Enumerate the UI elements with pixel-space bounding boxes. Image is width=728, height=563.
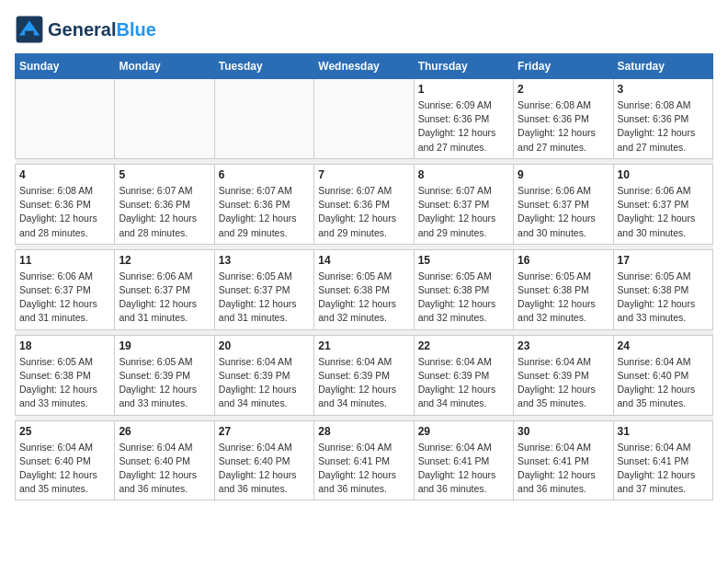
calendar-cell: 7Sunrise: 6:07 AM Sunset: 6:36 PM Daylig… [314, 164, 414, 244]
calendar-header-tuesday: Tuesday [214, 54, 313, 79]
calendar-cell: 13Sunrise: 6:05 AM Sunset: 6:37 PM Dayli… [214, 249, 313, 329]
calendar-week-2: 4Sunrise: 6:08 AM Sunset: 6:36 PM Daylig… [16, 164, 713, 244]
day-number: 17 [618, 254, 709, 267]
calendar-cell: 6Sunrise: 6:07 AM Sunset: 6:36 PM Daylig… [214, 164, 313, 244]
page-header: GeneralBlue [15, 15, 713, 44]
calendar-cell [16, 79, 115, 159]
calendar-cell [314, 79, 414, 159]
day-info: Sunrise: 6:04 AM Sunset: 6:41 PM Dayligh… [618, 441, 709, 497]
calendar-header-wednesday: Wednesday [314, 54, 414, 79]
day-info: Sunrise: 6:04 AM Sunset: 6:40 PM Dayligh… [119, 441, 210, 497]
day-number: 3 [618, 83, 709, 96]
calendar-cell: 11Sunrise: 6:06 AM Sunset: 6:37 PM Dayli… [16, 249, 115, 329]
day-number: 27 [219, 425, 310, 438]
day-number: 25 [19, 425, 110, 438]
day-number: 14 [318, 254, 409, 267]
day-number: 21 [318, 339, 409, 352]
calendar-cell: 23Sunrise: 6:04 AM Sunset: 6:39 PM Dayli… [514, 335, 613, 415]
day-number: 6 [219, 168, 310, 181]
day-info: Sunrise: 6:05 AM Sunset: 6:39 PM Dayligh… [119, 355, 210, 411]
logo: GeneralBlue [15, 15, 156, 44]
day-number: 20 [219, 339, 310, 352]
day-number: 2 [518, 83, 609, 96]
day-number: 23 [518, 339, 609, 352]
calendar-week-1: 1Sunrise: 6:09 AM Sunset: 6:36 PM Daylig… [16, 79, 713, 159]
day-number: 10 [618, 168, 709, 181]
calendar-header-saturday: Saturday [613, 54, 712, 79]
calendar-cell: 24Sunrise: 6:04 AM Sunset: 6:40 PM Dayli… [613, 335, 712, 415]
day-info: Sunrise: 6:09 AM Sunset: 6:36 PM Dayligh… [418, 98, 509, 155]
calendar-cell: 31Sunrise: 6:04 AM Sunset: 6:41 PM Dayli… [613, 420, 712, 500]
day-info: Sunrise: 6:06 AM Sunset: 6:37 PM Dayligh… [19, 270, 110, 326]
day-info: Sunrise: 6:05 AM Sunset: 6:38 PM Dayligh… [418, 270, 509, 326]
calendar-cell [214, 79, 313, 159]
day-info: Sunrise: 6:05 AM Sunset: 6:38 PM Dayligh… [318, 270, 409, 326]
day-number: 7 [318, 168, 409, 181]
calendar-table: SundayMondayTuesdayWednesdayThursdayFrid… [15, 53, 713, 500]
calendar-cell: 26Sunrise: 6:04 AM Sunset: 6:40 PM Dayli… [115, 420, 214, 500]
calendar-cell: 25Sunrise: 6:04 AM Sunset: 6:40 PM Dayli… [16, 420, 115, 500]
day-number: 30 [518, 425, 609, 438]
calendar-header-monday: Monday [115, 54, 214, 79]
calendar-week-4: 18Sunrise: 6:05 AM Sunset: 6:38 PM Dayli… [16, 335, 713, 415]
day-info: Sunrise: 6:05 AM Sunset: 6:37 PM Dayligh… [219, 270, 310, 326]
day-info: Sunrise: 6:04 AM Sunset: 6:39 PM Dayligh… [518, 355, 609, 411]
calendar-header-thursday: Thursday [414, 54, 513, 79]
day-number: 5 [119, 168, 210, 181]
calendar-cell: 28Sunrise: 6:04 AM Sunset: 6:41 PM Dayli… [314, 420, 414, 500]
day-info: Sunrise: 6:08 AM Sunset: 6:36 PM Dayligh… [618, 98, 709, 155]
day-number: 1 [418, 83, 509, 96]
calendar-header-row: SundayMondayTuesdayWednesdayThursdayFrid… [16, 54, 713, 79]
day-info: Sunrise: 6:05 AM Sunset: 6:38 PM Dayligh… [618, 270, 709, 326]
day-number: 9 [518, 168, 609, 181]
day-number: 8 [418, 168, 509, 181]
calendar-cell: 16Sunrise: 6:05 AM Sunset: 6:38 PM Dayli… [514, 249, 613, 329]
day-number: 31 [618, 425, 709, 438]
calendar-cell: 18Sunrise: 6:05 AM Sunset: 6:38 PM Dayli… [16, 335, 115, 415]
day-info: Sunrise: 6:04 AM Sunset: 6:39 PM Dayligh… [418, 355, 509, 411]
logo-text: GeneralBlue [48, 19, 156, 40]
day-number: 16 [518, 254, 609, 267]
calendar-header-sunday: Sunday [16, 54, 115, 79]
day-info: Sunrise: 6:05 AM Sunset: 6:38 PM Dayligh… [19, 355, 110, 411]
calendar-cell: 1Sunrise: 6:09 AM Sunset: 6:36 PM Daylig… [414, 79, 513, 159]
day-info: Sunrise: 6:04 AM Sunset: 6:41 PM Dayligh… [418, 441, 509, 497]
calendar-cell: 3Sunrise: 6:08 AM Sunset: 6:36 PM Daylig… [613, 79, 712, 159]
logo-icon [15, 15, 44, 44]
day-info: Sunrise: 6:04 AM Sunset: 6:41 PM Dayligh… [318, 441, 409, 497]
calendar-cell: 27Sunrise: 6:04 AM Sunset: 6:40 PM Dayli… [214, 420, 313, 500]
calendar-cell: 12Sunrise: 6:06 AM Sunset: 6:37 PM Dayli… [115, 249, 214, 329]
day-info: Sunrise: 6:06 AM Sunset: 6:37 PM Dayligh… [618, 184, 709, 240]
day-info: Sunrise: 6:04 AM Sunset: 6:39 PM Dayligh… [318, 355, 409, 411]
day-info: Sunrise: 6:04 AM Sunset: 6:40 PM Dayligh… [618, 355, 709, 411]
calendar-cell: 17Sunrise: 6:05 AM Sunset: 6:38 PM Dayli… [613, 249, 712, 329]
day-info: Sunrise: 6:05 AM Sunset: 6:38 PM Dayligh… [518, 270, 609, 326]
day-number: 4 [19, 168, 110, 181]
svg-rect-2 [25, 31, 34, 37]
calendar-week-5: 25Sunrise: 6:04 AM Sunset: 6:40 PM Dayli… [16, 420, 713, 500]
day-info: Sunrise: 6:08 AM Sunset: 6:36 PM Dayligh… [518, 98, 609, 155]
day-info: Sunrise: 6:04 AM Sunset: 6:40 PM Dayligh… [19, 441, 110, 497]
day-number: 26 [119, 425, 210, 438]
calendar-cell: 30Sunrise: 6:04 AM Sunset: 6:41 PM Dayli… [514, 420, 613, 500]
day-number: 18 [19, 339, 110, 352]
day-info: Sunrise: 6:04 AM Sunset: 6:39 PM Dayligh… [219, 355, 310, 411]
calendar-cell: 4Sunrise: 6:08 AM Sunset: 6:36 PM Daylig… [16, 164, 115, 244]
calendar-cell: 19Sunrise: 6:05 AM Sunset: 6:39 PM Dayli… [115, 335, 214, 415]
calendar-header-friday: Friday [514, 54, 613, 79]
day-number: 22 [418, 339, 509, 352]
calendar-cell: 29Sunrise: 6:04 AM Sunset: 6:41 PM Dayli… [414, 420, 513, 500]
day-info: Sunrise: 6:06 AM Sunset: 6:37 PM Dayligh… [518, 184, 609, 240]
day-number: 15 [418, 254, 509, 267]
day-info: Sunrise: 6:04 AM Sunset: 6:40 PM Dayligh… [219, 441, 310, 497]
day-number: 28 [318, 425, 409, 438]
calendar-cell: 14Sunrise: 6:05 AM Sunset: 6:38 PM Dayli… [314, 249, 414, 329]
calendar-cell: 22Sunrise: 6:04 AM Sunset: 6:39 PM Dayli… [414, 335, 513, 415]
calendar-cell: 20Sunrise: 6:04 AM Sunset: 6:39 PM Dayli… [214, 335, 313, 415]
calendar-cell: 5Sunrise: 6:07 AM Sunset: 6:36 PM Daylig… [115, 164, 214, 244]
day-info: Sunrise: 6:07 AM Sunset: 6:36 PM Dayligh… [318, 184, 409, 240]
day-number: 29 [418, 425, 509, 438]
calendar-week-3: 11Sunrise: 6:06 AM Sunset: 6:37 PM Dayli… [16, 249, 713, 329]
calendar-cell: 15Sunrise: 6:05 AM Sunset: 6:38 PM Dayli… [414, 249, 513, 329]
calendar-cell: 8Sunrise: 6:07 AM Sunset: 6:37 PM Daylig… [414, 164, 513, 244]
